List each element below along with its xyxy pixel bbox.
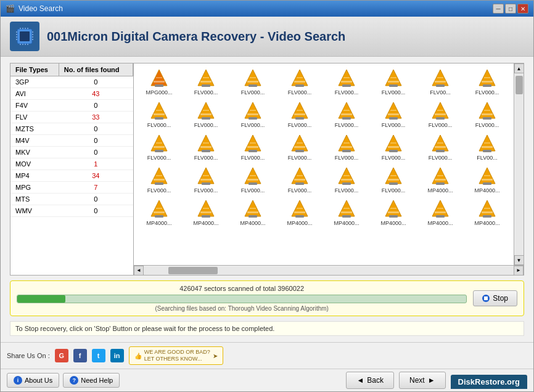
- svg-rect-29: [250, 77, 256, 78]
- scroll-left-button[interactable]: ◄: [134, 266, 144, 276]
- list-item[interactable]: FLV000...: [136, 99, 182, 130]
- facebook-share-button[interactable]: f: [73, 349, 87, 362]
- feedback-button[interactable]: 👍 WE ARE GOOD OR BAD? LET OTHERS KNOW...…: [129, 346, 223, 365]
- window-title: Video Search: [18, 4, 63, 13]
- svg-rect-41: [390, 77, 396, 78]
- help-button[interactable]: ? Need Help: [63, 373, 120, 388]
- table-row: MP434: [10, 170, 133, 182]
- list-item[interactable]: MP4000...: [277, 197, 322, 228]
- file-type-cell: MKV: [10, 147, 59, 158]
- list-item[interactable]: FLV000...: [277, 164, 322, 195]
- thumbnail-label: FLV000...: [279, 89, 321, 96]
- svg-rect-187: [436, 215, 445, 218]
- list-item[interactable]: FLV000...: [183, 131, 229, 163]
- thumbnail-icon: [382, 166, 405, 187]
- horizontal-scrollbar[interactable]: ◄ ►: [134, 265, 524, 275]
- thumbnail-icon: [382, 133, 405, 154]
- svg-rect-151: [436, 182, 445, 185]
- list-item[interactable]: FLV000...: [277, 66, 322, 97]
- google-share-button[interactable]: G: [55, 349, 68, 362]
- svg-rect-59: [202, 117, 210, 120]
- twitter-share-button[interactable]: t: [92, 349, 105, 362]
- list-item[interactable]: FLV000...: [371, 131, 416, 163]
- svg-rect-27: [249, 84, 257, 87]
- list-item[interactable]: FLV000...: [417, 131, 463, 163]
- restore-button[interactable]: □: [505, 4, 516, 14]
- next-arrow-icon: ►: [428, 376, 435, 385]
- list-item[interactable]: FLV000...: [230, 131, 276, 163]
- list-item[interactable]: FLV000...: [371, 66, 416, 97]
- svg-rect-95: [202, 150, 210, 152]
- list-item[interactable]: FLV000...: [371, 164, 416, 195]
- minimize-button[interactable]: ─: [493, 4, 504, 14]
- list-item[interactable]: FLV000...: [324, 99, 369, 130]
- back-button[interactable]: ◄ Back: [346, 372, 394, 389]
- svg-rect-64: [247, 113, 258, 115]
- list-item[interactable]: FLV000...: [230, 99, 276, 130]
- list-item[interactable]: MPG000...: [136, 66, 182, 97]
- thumbnail-icon: [429, 166, 452, 187]
- list-item[interactable]: FLV000...: [230, 66, 276, 97]
- list-item[interactable]: FLV000...: [183, 164, 229, 195]
- list-item[interactable]: FLV000...: [464, 66, 510, 97]
- list-item[interactable]: FLV000...: [277, 99, 322, 130]
- list-item[interactable]: MP4000...: [417, 164, 463, 195]
- linkedin-share-button[interactable]: in: [110, 349, 124, 362]
- table-row: WMV0: [10, 205, 133, 217]
- list-item[interactable]: MP4000...: [324, 197, 369, 228]
- list-item[interactable]: MP4000...: [464, 164, 510, 195]
- about-button[interactable]: i About Us: [7, 373, 59, 388]
- scroll-thumb-h[interactable]: [168, 267, 218, 274]
- thumbnail-icon: [241, 100, 265, 121]
- thumbnail-label: MPG000...: [138, 89, 180, 96]
- app-title: 001Micron Digital Camera Recovery - Vide…: [47, 30, 345, 44]
- list-item[interactable]: FLV000...: [183, 66, 229, 97]
- list-item[interactable]: MP4000...: [417, 197, 463, 228]
- stop-button[interactable]: Stop: [473, 290, 517, 306]
- file-type-cell: F4V: [10, 100, 59, 112]
- list-item[interactable]: MP4000...: [371, 197, 416, 228]
- list-item[interactable]: MP4000...: [183, 197, 229, 228]
- thumbnail-label: MP4000...: [138, 220, 180, 226]
- list-item[interactable]: MP4000...: [230, 197, 276, 228]
- list-item[interactable]: FLV000...: [277, 131, 322, 163]
- svg-rect-169: [203, 208, 209, 209]
- scroll-right-button[interactable]: ►: [514, 266, 524, 276]
- close-button[interactable]: ✕: [517, 4, 528, 14]
- list-item[interactable]: FLV000...: [230, 164, 276, 195]
- thumbnail-label: MP4000...: [232, 220, 274, 226]
- thumbnail-label: FLV000...: [466, 122, 508, 128]
- list-item[interactable]: FLV000...: [136, 164, 182, 195]
- list-item[interactable]: FLV000...: [136, 131, 182, 163]
- thumbnail-icon: [429, 68, 452, 89]
- svg-rect-192: [482, 211, 493, 213]
- svg-rect-193: [484, 208, 490, 209]
- scroll-thumb-v[interactable]: [516, 76, 523, 94]
- col-count: No. of files found: [59, 63, 133, 76]
- list-item[interactable]: FLV00...: [464, 131, 510, 163]
- thumbnail-icon: [194, 68, 218, 89]
- list-item[interactable]: FLV000...: [324, 131, 369, 163]
- list-item[interactable]: FLV000...: [371, 99, 416, 130]
- list-item[interactable]: FLV000...: [464, 99, 510, 130]
- list-item[interactable]: FLV000...: [417, 99, 463, 130]
- status-bar: To Stop recovery, click on 'Stop' Button…: [10, 321, 524, 336]
- next-button[interactable]: Next ►: [399, 372, 446, 389]
- scroll-down-button[interactable]: ▼: [514, 255, 524, 265]
- list-item[interactable]: FLV000...: [324, 66, 369, 97]
- scroll-up-button[interactable]: ▲: [514, 63, 524, 73]
- list-item[interactable]: MP4000...: [464, 197, 510, 228]
- thumbnail-icon: [288, 100, 311, 121]
- svg-rect-1: [20, 31, 30, 41]
- list-item[interactable]: FLV000...: [183, 99, 229, 130]
- svg-rect-35: [342, 84, 351, 87]
- thumbnail-icon: [475, 198, 499, 219]
- list-item[interactable]: FLV000...: [324, 164, 369, 195]
- thumbnail-icon: [382, 68, 405, 89]
- list-item[interactable]: FLV00...: [417, 66, 463, 97]
- list-item[interactable]: MP4000...: [136, 197, 182, 228]
- svg-rect-137: [250, 175, 256, 176]
- svg-rect-120: [482, 146, 493, 148]
- vertical-scrollbar[interactable]: ▲ ▼: [514, 63, 524, 265]
- feedback-text: WE ARE GOOD OR BAD? LET OTHERS KNOW...: [144, 349, 210, 362]
